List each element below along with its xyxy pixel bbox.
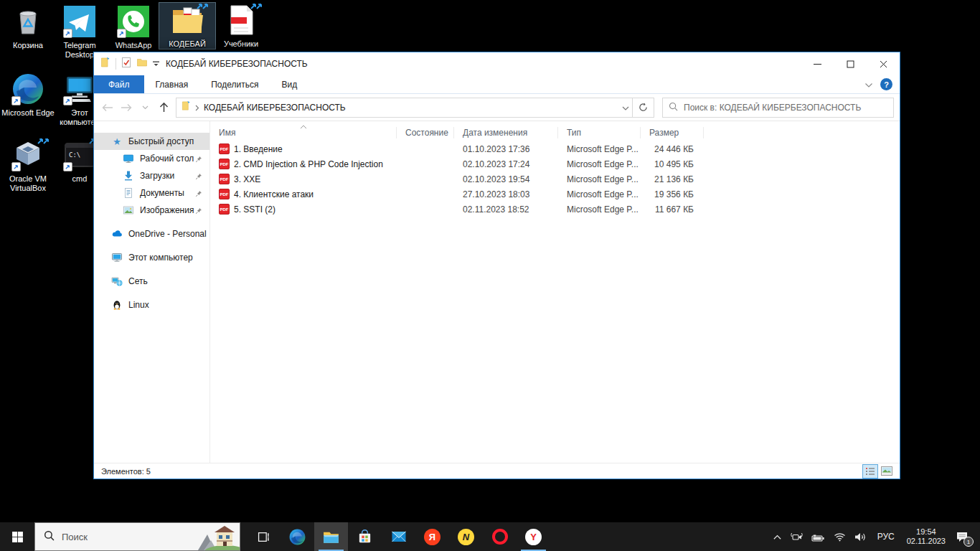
forward-button[interactable] — [117, 98, 136, 117]
search-icon — [669, 101, 678, 114]
cmd-icon: C:\ — [62, 138, 97, 172]
pin-icon[interactable] — [195, 155, 202, 165]
file-row[interactable]: PDF2. CMD Injection & PHP Code Injection… — [210, 156, 900, 171]
taskbar-yandex[interactable]: Я — [415, 522, 449, 551]
pin-icon[interactable] — [195, 207, 202, 217]
desktop-icon-edge[interactable]: Microsoft Edge — [0, 72, 56, 118]
title-bar: КОДЕБАЙ КИБЕРБЕЗОПАСНОСТЬ — [94, 52, 900, 75]
tab-file[interactable]: Файл — [94, 75, 144, 93]
details-view-button[interactable] — [863, 465, 877, 478]
downloads-icon — [123, 170, 134, 182]
desktop-icon-kodebay-folder[interactable]: КОДЕБАЙ — [159, 3, 215, 49]
wifi-icon[interactable] — [829, 522, 850, 551]
meet-now-icon[interactable] — [786, 522, 807, 551]
column-header-status[interactable]: Состояние — [397, 127, 454, 138]
breadcrumb[interactable]: КОДЕБАЙ КИБЕРБЕЗОПАСНОСТЬ — [204, 103, 346, 113]
desktop-folder-icon — [123, 153, 134, 164]
thumbnail-view-button[interactable] — [880, 465, 894, 478]
sidebar-item-label: Linux — [128, 300, 149, 310]
action-center-button[interactable]: 1 — [951, 522, 976, 551]
sidebar-item-this-pc[interactable]: Этот компьютер — [94, 249, 209, 266]
address-bar[interactable]: КОДЕБАЙ КИБЕРБЕЗОПАСНОСТЬ — [176, 98, 633, 118]
star-icon: ★ — [111, 136, 123, 147]
close-button[interactable] — [867, 52, 900, 75]
tab-home[interactable]: Главная — [144, 75, 200, 93]
taskbar-search-input[interactable] — [62, 532, 176, 542]
file-type: Microsoft Edge P... — [558, 144, 641, 154]
tab-view[interactable]: Вид — [270, 75, 308, 93]
help-button[interactable]: ? — [880, 78, 892, 90]
task-view-button[interactable] — [247, 522, 281, 551]
taskbar-search-box[interactable] — [34, 522, 240, 551]
column-header-size[interactable]: Размер — [641, 127, 704, 138]
linux-penguin-icon — [111, 299, 123, 311]
file-date: 02.10.2023 17:24 — [454, 159, 558, 169]
sidebar-item-pictures[interactable]: Изображения — [94, 202, 209, 219]
search-box[interactable] — [662, 98, 894, 118]
start-button[interactable] — [0, 522, 34, 551]
taskbar-mail[interactable] — [382, 522, 415, 551]
search-input[interactable] — [684, 103, 887, 113]
pin-icon[interactable] — [195, 189, 202, 199]
qat-customize-button[interactable] — [152, 57, 160, 70]
tray-chevron-up-icon[interactable] — [768, 522, 786, 551]
file-row[interactable]: PDF1. Введение 01.10.2023 17:36 Microsof… — [210, 141, 900, 156]
language-indicator[interactable]: РУС — [871, 522, 901, 551]
sidebar-item-documents[interactable]: Документы — [94, 184, 209, 202]
sidebar-item-quick-access[interactable]: ★ Быстрый доступ — [94, 133, 209, 150]
sidebar-item-label: Загрузки — [140, 171, 174, 181]
column-header-type[interactable]: Тип — [558, 127, 641, 138]
new-folder-button[interactable] — [136, 57, 148, 71]
tab-share[interactable]: Поделиться — [199, 75, 270, 93]
pdf-file-icon: PDF — [219, 159, 230, 169]
taskbar-store[interactable] — [348, 522, 382, 551]
sidebar-item-desktop[interactable]: Рабочий стол — [94, 150, 209, 167]
desktop-icon-recycle-bin[interactable]: Корзина — [0, 4, 56, 50]
back-button[interactable] — [98, 98, 117, 117]
file-row[interactable]: PDF5. SSTI (2) 02.11.2023 18:52 Microsof… — [210, 202, 900, 217]
minimize-button[interactable] — [801, 52, 834, 75]
windows-logo-icon — [11, 531, 24, 543]
taskbar-opera[interactable] — [483, 522, 517, 551]
window-content: ★ Быстрый доступ Рабочий стол Загрузки Д… — [94, 121, 900, 463]
sidebar-item-label: Сеть — [128, 276, 148, 286]
sidebar-item-downloads[interactable]: Загрузки — [94, 167, 209, 184]
file-name: 3. XXE — [234, 174, 260, 184]
documents-icon — [123, 187, 134, 199]
this-pc-icon — [111, 252, 123, 263]
taskbar-file-explorer[interactable] — [314, 522, 348, 551]
refresh-button[interactable] — [633, 98, 654, 118]
desktop-icon-virtualbox[interactable]: Oracle VM VirtualBox — [0, 138, 56, 193]
maximize-button[interactable] — [834, 52, 867, 75]
ribbon-collapse-icon[interactable] — [864, 78, 873, 91]
taskbar-yandex-browser[interactable]: Y — [517, 522, 550, 551]
volume-icon[interactable] — [850, 522, 871, 551]
desktop-icon-whatsapp[interactable]: WhatsApp — [105, 4, 161, 50]
clock[interactable]: 19:5402.11.2023 — [901, 522, 951, 551]
desktop-icon-uchebniki[interactable]: Учебники — [213, 3, 269, 49]
file-row[interactable]: PDF3. XXE 02.10.2023 19:54 Microsoft Edg… — [210, 171, 900, 187]
taskbar-yandex-music[interactable]: N — [449, 522, 483, 551]
properties-button[interactable] — [121, 57, 132, 71]
desktop: Корзина Telegram Desktop WhatsApp КОДЕБА… — [0, 0, 980, 551]
up-button[interactable] — [154, 98, 173, 117]
search-highlight-image[interactable] — [198, 523, 240, 550]
sidebar-item-linux[interactable]: Linux — [94, 296, 209, 314]
sidebar-item-network[interactable]: Сеть — [94, 273, 209, 290]
file-date: 27.10.2023 18:03 — [454, 189, 558, 199]
battery-icon[interactable] — [807, 522, 829, 551]
caption-buttons — [801, 52, 900, 75]
sidebar-item-label: OneDrive - Personal — [128, 229, 207, 239]
sidebar-item-onedrive[interactable]: OneDrive - Personal — [94, 225, 209, 242]
recent-locations-icon[interactable] — [136, 98, 154, 117]
sidebar-item-label: Этот компьютер — [128, 253, 193, 263]
column-header-date-modified[interactable]: Дата изменения — [454, 127, 558, 138]
file-date: 02.10.2023 19:54 — [454, 174, 558, 184]
pin-icon[interactable] — [195, 172, 202, 182]
taskbar-edge[interactable] — [281, 522, 314, 551]
recycle-bin-icon — [11, 4, 45, 39]
pdf-file-icon: PDF — [219, 204, 230, 215]
compress-arrows-icon — [250, 0, 263, 13]
file-row[interactable]: PDF4. Клиентские атаки 27.10.2023 18:03 … — [210, 187, 900, 202]
address-dropdown-icon[interactable] — [622, 101, 629, 114]
